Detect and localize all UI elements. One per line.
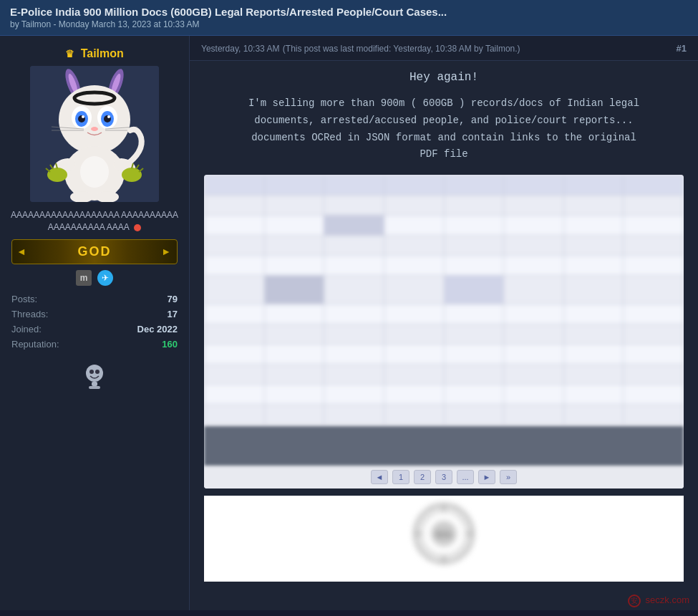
svg-point-13	[82, 115, 84, 118]
blurred-dark-section	[204, 426, 684, 466]
page-prev[interactable]: ◄	[371, 470, 388, 484]
page-header: E-Police India 900 Million Docs (600GB) …	[0, 0, 698, 36]
post-greeting: Hey again!	[204, 71, 684, 84]
stat-posts: Posts: 79	[9, 292, 180, 307]
avatar-area	[9, 66, 180, 202]
sidebar: ♛ Tailmon	[0, 36, 190, 610]
page-title: E-Police India 900 Million Docs (600GB) …	[10, 6, 688, 18]
online-indicator	[134, 224, 141, 231]
crown-icon: ♛	[65, 48, 74, 59]
telegram-icon[interactable]: ✈	[97, 270, 113, 286]
username-text: AAAAAAAAAAAAAAAAAAA AAAAAAAAAAAAAAAAAAAA…	[9, 209, 180, 234]
svg-point-23	[47, 168, 67, 182]
content-area: Yesterday, 10:33 AM (This post was last …	[190, 36, 698, 610]
page-1[interactable]: 1	[392, 470, 409, 484]
page-last[interactable]: »	[500, 470, 517, 484]
stat-joined: Joined: Dec 2022	[9, 322, 180, 337]
svg-point-35	[89, 370, 94, 374]
post-body: Hey again! I'm selling more than 900m ( …	[190, 61, 698, 592]
svg-rect-38	[89, 386, 100, 389]
user-stats: Posts: 79 Threads: 17 Joined: Dec 2022 R…	[9, 292, 180, 352]
svg-rect-37	[92, 382, 97, 386]
svg-point-5	[59, 85, 130, 154]
main-layout: ♛ Tailmon	[0, 36, 698, 610]
post-header: Yesterday, 10:33 AM (This post was last …	[190, 36, 698, 61]
user-trophy-badge	[9, 363, 180, 396]
page-2[interactable]: 2	[414, 470, 431, 484]
blurred-table-section: ◄ 1 2 3 ... ► »	[204, 175, 684, 489]
svg-point-33	[80, 156, 109, 188]
svg-point-15	[91, 127, 98, 131]
rank-badge: GOD	[11, 239, 178, 264]
post-text: I'm selling more than 900m ( 600GB ) rec…	[204, 95, 684, 163]
bottom-section: SEAL	[204, 496, 684, 582]
svg-point-34	[86, 365, 103, 382]
username: ♛ Tailmon	[9, 47, 180, 60]
page-3[interactable]: 3	[435, 470, 452, 484]
avatar	[30, 66, 159, 202]
page-meta: by Tailmon - Monday March 13, 2023 at 10…	[10, 19, 688, 29]
blurred-table	[204, 175, 684, 425]
svg-text:SEAL: SEAL	[435, 531, 453, 539]
stat-threads: Threads: 17	[9, 307, 180, 322]
m-icon[interactable]: m	[76, 270, 92, 286]
social-icons: m ✈	[9, 270, 180, 286]
pagination: ◄ 1 2 3 ... ► »	[204, 466, 684, 489]
stat-reputation: Reputation: 160	[9, 337, 180, 352]
post-number: #1	[677, 43, 687, 54]
page-ellipsis: ...	[457, 470, 474, 484]
svg-point-36	[95, 370, 100, 374]
post-timestamp-area: Yesterday, 10:33 AM (This post was last …	[201, 42, 520, 54]
page-next[interactable]: ►	[478, 470, 495, 484]
svg-point-24	[122, 168, 142, 182]
blurred-seal: SEAL	[412, 501, 476, 576]
svg-point-14	[107, 115, 110, 118]
